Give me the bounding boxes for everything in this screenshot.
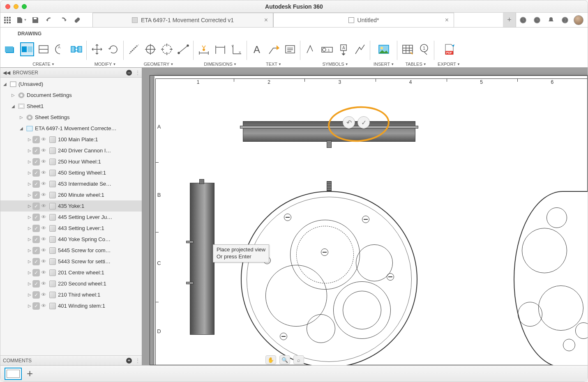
- ribbon-group-label[interactable]: INSERT▼: [374, 61, 394, 67]
- eye-icon[interactable]: 👁: [40, 247, 47, 253]
- balloon-icon[interactable]: 1: [417, 42, 431, 56]
- disclosure-icon[interactable]: ▷: [27, 237, 32, 242]
- disclosure-icon[interactable]: ▷: [27, 193, 32, 197]
- tree-component-item[interactable]: ▷✓👁250 Hour Wheel:1: [0, 156, 142, 167]
- close-tab-icon[interactable]: ×: [264, 16, 268, 24]
- eye-icon[interactable]: 👁: [40, 303, 47, 309]
- detail-view-icon[interactable]: A: [53, 42, 67, 56]
- tree-sheet[interactable]: ◢ Sheet1: [0, 101, 142, 112]
- tree-component-item[interactable]: ▷✓👁5443 Screw for setti…: [0, 256, 142, 267]
- ribbon-group-label[interactable]: DIMENSIONS▼: [204, 61, 237, 67]
- visibility-checkbox[interactable]: ✓: [32, 180, 40, 188]
- disclosure-icon[interactable]: ◢: [18, 126, 24, 131]
- bend-icon[interactable]: [353, 42, 367, 56]
- tree-component-item[interactable]: ▷✓👁260 Minute wheel:1: [0, 189, 142, 200]
- visibility-checkbox[interactable]: ✓: [32, 269, 40, 276]
- browser-header[interactable]: ◀◀ BROWSER – ⋮: [0, 68, 142, 78]
- ribbon-group-label[interactable]: GEOMETRY▼: [144, 61, 174, 67]
- edge-extension-icon[interactable]: [176, 42, 190, 56]
- base-view-icon[interactable]: [4, 42, 18, 56]
- tree-component-item[interactable]: ▷✓👁443 Setting Lever:1: [0, 223, 142, 234]
- view-confirm-button[interactable]: ✓: [357, 116, 370, 129]
- link-icon[interactable]: [70, 13, 84, 27]
- visibility-checkbox[interactable]: ✓: [32, 191, 40, 199]
- ribbon-group-label[interactable]: SYMBOLS▼: [322, 61, 348, 67]
- move-icon[interactable]: [90, 42, 104, 56]
- eye-icon[interactable]: 👁: [40, 203, 47, 209]
- insert-image-icon[interactable]: [377, 42, 391, 56]
- section-view-icon[interactable]: [37, 42, 51, 56]
- feature-control-icon[interactable]: .1: [320, 42, 334, 56]
- eye-icon[interactable]: 👁: [40, 192, 47, 198]
- tree-component-item[interactable]: ▷✓👁201 Centre wheel:1: [0, 267, 142, 278]
- visibility-checkbox[interactable]: ✓: [32, 236, 40, 243]
- eye-icon[interactable]: 👁: [40, 181, 47, 187]
- disclosure-icon[interactable]: ▷: [27, 292, 32, 297]
- sheet-thumbnail[interactable]: [5, 368, 22, 380]
- ribbon-group-label[interactable]: TEXT▼: [266, 61, 281, 67]
- disclosure-icon[interactable]: ▷: [27, 170, 32, 175]
- grip-icon[interactable]: ⋮: [135, 70, 140, 76]
- visibility-checkbox[interactable]: ✓: [32, 258, 40, 265]
- tree-component-item[interactable]: ▷✓👁240 Driver Cannon I…: [0, 145, 142, 156]
- minimize-panel-icon[interactable]: –: [126, 70, 132, 76]
- browser-tree[interactable]: ◢ (Unsaved) ▷ Document Settings ◢ Sheet1…: [0, 78, 142, 355]
- center-mark-icon[interactable]: [143, 42, 157, 56]
- eye-icon[interactable]: 👁: [40, 281, 47, 287]
- eye-icon[interactable]: 👁: [40, 147, 47, 154]
- disclosure-icon[interactable]: ▷: [27, 270, 32, 275]
- visibility-checkbox[interactable]: ✓: [32, 214, 40, 221]
- tree-component-item[interactable]: ▷✓👁210 Third wheel:1: [0, 289, 142, 300]
- add-comment-icon[interactable]: +: [126, 358, 132, 364]
- tree-component-item[interactable]: ▷✓👁220 Second wheel:1: [0, 278, 142, 289]
- tree-component-item[interactable]: ▷✓👁5445 Screw for com…: [0, 245, 142, 256]
- undo-button[interactable]: [42, 13, 56, 27]
- eye-icon[interactable]: 👁: [40, 170, 47, 176]
- redo-button[interactable]: [56, 13, 70, 27]
- visibility-checkbox[interactable]: ✓: [32, 158, 40, 166]
- disclosure-icon[interactable]: ▷: [27, 204, 32, 208]
- disclosure-icon[interactable]: ▷: [27, 148, 32, 153]
- zoom-window-icon[interactable]: ⌕: [293, 355, 304, 364]
- tree-root[interactable]: ◢ (Unsaved): [0, 78, 142, 90]
- visibility-checkbox[interactable]: ✓: [32, 225, 40, 232]
- surface-texture-icon[interactable]: [304, 42, 318, 56]
- close-tab-icon[interactable]: ×: [445, 16, 449, 24]
- visibility-checkbox[interactable]: ✓: [32, 247, 40, 254]
- extensions-icon[interactable]: [516, 16, 530, 24]
- eye-icon[interactable]: 👁: [40, 159, 47, 165]
- ordinate-dim-icon[interactable]: YX: [230, 42, 244, 56]
- disclosure-icon[interactable]: ▷: [18, 115, 24, 120]
- ribbon-group-label[interactable]: TABLES▼: [405, 61, 426, 67]
- visibility-checkbox[interactable]: ✓: [32, 136, 40, 143]
- apps-grid-icon[interactable]: [0, 13, 14, 27]
- drawing-canvas[interactable]: 123456 ABCD ↶ ✓: [142, 68, 588, 365]
- add-sheet-button[interactable]: +: [27, 367, 33, 380]
- base-view[interactable]: [241, 191, 417, 365]
- disclosure-icon[interactable]: ▷: [10, 93, 16, 97]
- disclosure-icon[interactable]: ◢: [2, 82, 8, 86]
- eye-icon[interactable]: 👁: [40, 136, 47, 143]
- collapse-icon[interactable]: ◀◀: [3, 70, 10, 76]
- tree-component-item[interactable]: ▷✓👁450 Setting Wheel:1: [0, 167, 142, 178]
- left-projection-view[interactable]: [190, 183, 214, 335]
- projected-view-icon[interactable]: [20, 42, 34, 56]
- disclosure-icon[interactable]: ▷: [27, 159, 32, 164]
- eye-icon[interactable]: 👁: [40, 258, 47, 265]
- leader-icon[interactable]: [267, 42, 281, 56]
- comments-header[interactable]: COMMENTS + ⋮: [0, 355, 142, 365]
- visibility-checkbox[interactable]: ✓: [32, 169, 40, 177]
- tree-component-item[interactable]: ▷✓👁445 Setting Lever Ju…: [0, 212, 142, 223]
- tree-doc-settings[interactable]: ▷ Document Settings: [0, 90, 142, 101]
- grip-icon[interactable]: ⋮: [135, 358, 140, 364]
- centerline-icon[interactable]: [127, 42, 141, 56]
- job-status-icon[interactable]: [530, 16, 544, 24]
- ribbon-group-label[interactable]: EXPORT▼: [438, 61, 460, 67]
- zoom-icon[interactable]: 🔍: [279, 355, 290, 364]
- dimension-icon[interactable]: [197, 42, 211, 56]
- save-button[interactable]: [28, 13, 42, 27]
- disclosure-icon[interactable]: ▷: [27, 137, 32, 142]
- ribbon-group-label[interactable]: CREATE▼: [32, 61, 55, 67]
- eye-icon[interactable]: 👁: [40, 214, 47, 220]
- view-undo-button[interactable]: ↶: [343, 116, 355, 129]
